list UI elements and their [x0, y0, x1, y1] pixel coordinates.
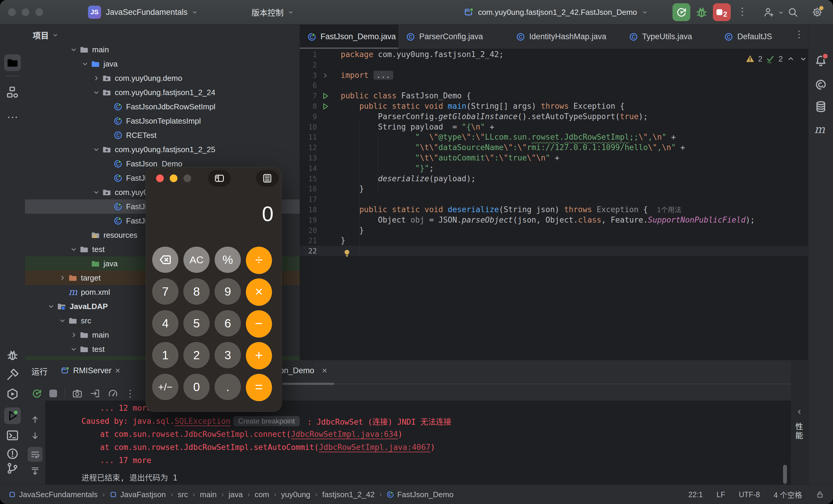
calc-sidebar-toggle[interactable] — [208, 170, 231, 187]
run-tab-rmiserver[interactable]: RMIServer× — [61, 360, 120, 381]
vcs-menu[interactable]: 版本控制 — [252, 0, 294, 24]
window-zoom-button[interactable] — [35, 8, 43, 16]
calc-digit-5-button[interactable]: 5 — [184, 310, 210, 336]
run-tool-button[interactable] — [4, 407, 21, 424]
chevron-down-icon[interactable] — [81, 60, 89, 68]
breadcrumb-fastjson_demo[interactable]: CFastJson_Demo — [386, 490, 453, 499]
collapse-chevron-icon[interactable] — [795, 408, 803, 416]
caret-position[interactable]: 22:1 — [688, 490, 703, 499]
debug-button[interactable] — [695, 6, 708, 19]
calc-digit-6-button[interactable]: 6 — [215, 310, 241, 336]
chevron-right-icon[interactable] — [70, 331, 78, 339]
structure-tool-button[interactable] — [6, 86, 19, 99]
calc-keypad-toggle[interactable] — [256, 170, 279, 187]
prev-occurrence-button[interactable] — [30, 414, 40, 424]
chevron-down-icon[interactable] — [47, 302, 55, 311]
maven-tool-button[interactable]: m — [814, 123, 827, 136]
breadcrumb-yuy0ung[interactable]: yuy0ung — [281, 490, 310, 499]
tree-item-main[interactable]: main — [25, 46, 300, 57]
calc-all-clear-button[interactable]: AC — [184, 247, 210, 273]
calc-equals-button[interactable]: = — [246, 374, 272, 401]
export-button[interactable] — [90, 388, 100, 399]
calculator-window[interactable]: 0 AC%÷789×456−123++/−0.= — [146, 167, 282, 412]
breadcrumb-javasecfundamentals[interactable]: JavaSecFundamentals — [8, 490, 97, 499]
tab-defaultjs[interactable]: CDefaultJS — [716, 25, 779, 49]
tab-identityhashmap-java[interactable]: CIdentityHashMap.java — [508, 25, 621, 49]
file-encoding[interactable]: UTF-8 — [739, 490, 760, 499]
calc-plus-minus-button[interactable]: +/− — [152, 374, 178, 400]
services-tool-button[interactable] — [6, 387, 19, 401]
tree-item-com-yuy0ung-fastjson1-2-24[interactable]: com.yuy0ung.fastjson1_2_24 — [25, 85, 300, 100]
run-tab-fastjson-demo[interactable]: on_Demo× — [280, 360, 327, 381]
console-link[interactable]: JdbcRowSetImpl.java:4067 — [319, 443, 430, 452]
project-menu[interactable]: JavaSecFundamentals — [106, 0, 198, 24]
settings-button[interactable] — [812, 6, 823, 18]
line-separator[interactable]: LF — [716, 490, 725, 499]
code-editor[interactable]: 1package com.yuy0ung.fastjson1_2_42;23im… — [300, 49, 808, 360]
indent-setting[interactable]: 4 个空格 — [774, 489, 802, 500]
tree-item-fastjsonteplatesimpl[interactable]: CFastJsonTeplatesImpl — [25, 114, 300, 128]
run-tabs-scrollbar[interactable] — [282, 383, 334, 385]
tab-more-options[interactable]: ⋮ — [794, 28, 804, 40]
version-control-tool-button[interactable] — [6, 462, 19, 475]
notifications-tool-button[interactable] — [814, 54, 827, 67]
calc-percent-button[interactable]: % — [215, 247, 241, 273]
tab-fastjson_demo-java[interactable]: CFastJson_Demo.java× — [300, 25, 398, 49]
chevron-down-icon[interactable] — [92, 88, 100, 97]
calc-digit-1-button[interactable]: 1 — [152, 342, 178, 368]
run-line-icon[interactable] — [321, 102, 329, 111]
chevron-right-icon[interactable] — [92, 74, 100, 82]
calc-digit-8-button[interactable]: 8 — [184, 279, 210, 305]
intention-bulb-icon[interactable] — [342, 248, 351, 257]
tab-list-chevron[interactable] — [777, 8, 785, 16]
calc-digit-4-button[interactable]: 4 — [152, 310, 178, 336]
calc-minimize-button[interactable] — [170, 174, 177, 182]
tree-item-fastjsonjdbcrowsetimpl[interactable]: CFastJsonJdbcRowSetImpl — [25, 100, 300, 114]
calc-backspace-button[interactable] — [152, 247, 178, 273]
project-tool-button[interactable] — [4, 54, 21, 71]
tree-item-java[interactable]: java — [25, 57, 300, 71]
run-line-icon[interactable] — [321, 92, 329, 100]
chevron-down-icon[interactable] — [92, 145, 100, 154]
scroll-to-end-button[interactable] — [30, 466, 40, 476]
tree-item-rcetest[interactable]: CRCETest — [25, 128, 300, 142]
calc-decimal-button[interactable]: . — [215, 374, 241, 400]
window-minimize-button[interactable] — [22, 8, 29, 16]
tab-parserconfig-java[interactable]: CParserConfig.java — [398, 25, 508, 49]
next-problem-chevron[interactable] — [799, 54, 808, 63]
chevron-down-icon[interactable] — [92, 188, 100, 196]
build-tool-button[interactable] — [6, 368, 19, 381]
calc-minus-button[interactable]: − — [246, 310, 272, 338]
database-tool-button[interactable] — [814, 100, 827, 113]
unlock-icon[interactable] — [816, 490, 824, 499]
breadcrumb-fastjson1_2_42[interactable]: fastjson1_2_42 — [322, 490, 375, 499]
more-tools-button[interactable]: … — [6, 107, 19, 121]
breadcrumb-java[interactable]: java — [229, 490, 243, 499]
more-button[interactable]: ⋮ — [125, 388, 135, 399]
next-occurrence-button[interactable] — [30, 431, 40, 441]
tab-close-icon[interactable]: × — [115, 366, 120, 375]
inspections-widget[interactable]: 2 2 — [745, 52, 808, 65]
calc-digit-0-button[interactable]: 0 — [184, 374, 210, 400]
console-link[interactable]: JdbcRowSetImpl.java:634 — [291, 430, 398, 439]
stop-button[interactable] — [49, 390, 57, 397]
calc-zoom-button[interactable] — [184, 174, 191, 182]
breadcrumb-com[interactable]: com — [255, 490, 269, 499]
chevron-down-icon[interactable] — [70, 345, 78, 353]
tree-item-com-yuy0ung-demo[interactable]: com.yuy0ung.demo — [25, 71, 300, 85]
calc-plus-button[interactable]: + — [246, 342, 272, 369]
calc-digit-3-button[interactable]: 3 — [215, 342, 241, 368]
tree-item-com-yuy0ung-fastjson1-2-25[interactable]: com.yuy0ung.fastjson1_2_25 — [25, 142, 300, 157]
soft-wrap-button[interactable] — [28, 447, 43, 462]
performance-tab[interactable]: 性能 — [793, 423, 804, 440]
chevron-down-icon[interactable] — [70, 245, 78, 254]
more-actions-button[interactable]: ⋮ — [737, 5, 747, 17]
calc-divide-button[interactable]: ÷ — [246, 247, 272, 274]
console-link[interactable]: SQLException — [174, 417, 231, 426]
add-user-button[interactable] — [763, 6, 774, 18]
calc-digit-7-button[interactable]: 7 — [152, 279, 178, 305]
profiler-button[interactable] — [108, 388, 118, 399]
search-everywhere-button[interactable] — [787, 6, 799, 18]
breadcrumb-src[interactable]: src — [178, 490, 188, 499]
ai-assistant-tool-button[interactable] — [814, 78, 827, 91]
